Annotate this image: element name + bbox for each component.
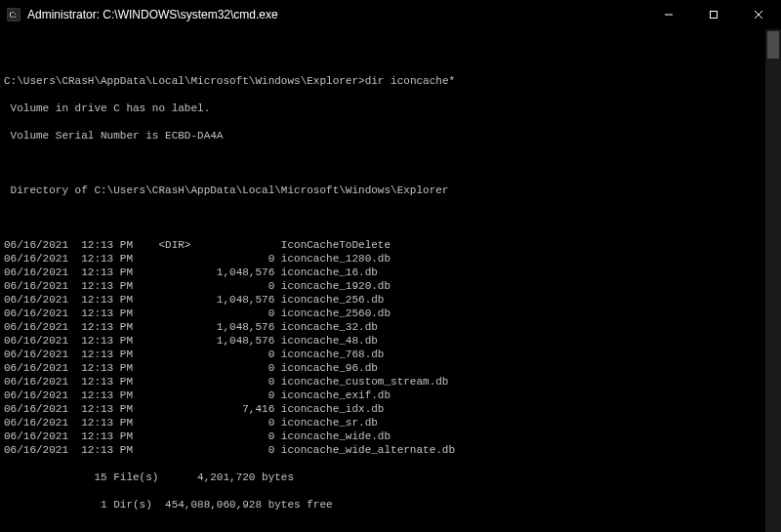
dir-entry: 06/16/2021 12:13 PM 7,416 iconcache_idx.… bbox=[4, 402, 781, 416]
dir-entry: 06/16/2021 12:13 PM 0 iconcache_sr.db bbox=[4, 416, 781, 430]
scrollbar-thumb[interactable] bbox=[767, 31, 779, 59]
svg-rect-4 bbox=[711, 12, 718, 19]
output-line: Volume in drive C has no label. bbox=[4, 102, 781, 115]
blank-line bbox=[4, 156, 781, 170]
output-line: Volume Serial Number is ECBD-DA4A bbox=[4, 129, 781, 143]
window-controls bbox=[646, 0, 781, 29]
close-button[interactable] bbox=[736, 0, 781, 29]
dir-entry: 06/16/2021 12:13 PM 0 iconcache_wide.db bbox=[4, 430, 781, 443]
summary-line: 15 File(s) 4,201,720 bytes bbox=[4, 471, 781, 484]
dir-entry: 06/16/2021 12:13 PM 0 iconcache_96.db bbox=[4, 361, 781, 375]
terminal-content[interactable]: C:\Users\CRasH\AppData\Local\Microsoft\W… bbox=[0, 29, 781, 532]
window-titlebar: C: Administrator: C:\WINDOWS\system32\cm… bbox=[0, 0, 781, 29]
dir-entry: 06/16/2021 12:13 PM 1,048,576 iconcache_… bbox=[4, 293, 781, 307]
dir-entry: 06/16/2021 12:13 PM 0 iconcache_custom_s… bbox=[4, 375, 781, 389]
dir-entry: 06/16/2021 12:13 PM 0 iconcache_wide_alt… bbox=[4, 443, 781, 457]
dir-listing: 06/16/2021 12:13 PM <DIR> IconCacheToDel… bbox=[4, 238, 781, 457]
output-line: Directory of C:\Users\CRasH\AppData\Loca… bbox=[4, 184, 781, 197]
window-title: Administrator: C:\WINDOWS\system32\cmd.e… bbox=[27, 8, 646, 21]
dir-entry: 06/16/2021 12:13 PM <DIR> IconCacheToDel… bbox=[4, 238, 781, 252]
dir-entry: 06/16/2021 12:13 PM 0 iconcache_1280.db bbox=[4, 252, 781, 266]
cmd-dir: dir iconcache* bbox=[365, 75, 455, 87]
dir-entry: 06/16/2021 12:13 PM 1,048,576 iconcache_… bbox=[4, 320, 781, 334]
blank-line bbox=[4, 211, 781, 225]
dir-entry: 06/16/2021 12:13 PM 1,048,576 iconcache_… bbox=[4, 334, 781, 348]
maximize-button[interactable] bbox=[691, 0, 736, 29]
svg-text:C:: C: bbox=[10, 11, 17, 20]
dir-entry: 06/16/2021 12:13 PM 1,048,576 iconcache_… bbox=[4, 266, 781, 279]
dir-entry: 06/16/2021 12:13 PM 0 iconcache_2560.db bbox=[4, 307, 781, 320]
prompt-line: C:\Users\CRasH\AppData\Local\Microsoft\W… bbox=[4, 74, 781, 88]
dir-entry: 06/16/2021 12:13 PM 0 iconcache_exif.db bbox=[4, 389, 781, 402]
blank-line bbox=[4, 525, 781, 532]
prompt-path: C:\Users\CRasH\AppData\Local\Microsoft\W… bbox=[4, 75, 358, 87]
blank-line bbox=[4, 47, 781, 61]
minimize-button[interactable] bbox=[646, 0, 691, 29]
dir-entry: 06/16/2021 12:13 PM 0 iconcache_768.db bbox=[4, 348, 781, 361]
dir-entry: 06/16/2021 12:13 PM 0 iconcache_1920.db bbox=[4, 279, 781, 293]
summary-line: 1 Dir(s) 454,088,060,928 bytes free bbox=[4, 498, 781, 512]
vertical-scrollbar[interactable] bbox=[765, 29, 781, 532]
cmd-icon: C: bbox=[6, 7, 21, 22]
